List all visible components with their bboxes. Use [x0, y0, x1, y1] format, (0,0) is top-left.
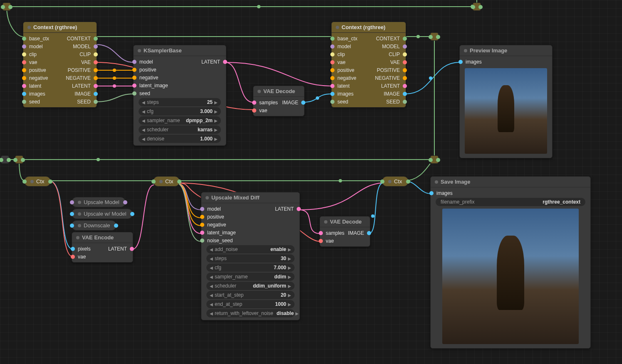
increment-arrow[interactable]: ▶ [288, 247, 291, 252]
widget-value: 1.000 [180, 136, 214, 142]
widget-cfg[interactable]: ◀cfg7.000▶ [206, 263, 295, 272]
widget-scheduler[interactable]: ◀schedulerddim_uniform▶ [206, 282, 295, 290]
input-positive: positive [206, 214, 295, 220]
decrement-arrow[interactable]: ◀ [142, 128, 145, 132]
node-preview-image[interactable]: Preview Image images [459, 45, 553, 158]
widget-add_noise[interactable]: ◀add_noiseenable▶ [206, 245, 295, 253]
decrement-arrow[interactable]: ◀ [210, 247, 213, 252]
output-SEED: SEED [60, 99, 92, 105]
reroute-ctx-out[interactable] [430, 32, 439, 41]
widget-label: end_at_step [213, 301, 250, 307]
node-title[interactable]: VAE Decode [253, 86, 304, 97]
node-ctx-b[interactable]: Ctx [153, 176, 180, 187]
increment-arrow[interactable]: ▶ [288, 266, 291, 270]
node-upscale-with-model[interactable]: Upscale w/ Model [72, 209, 133, 219]
input-model: model [27, 44, 60, 49]
node-context-1[interactable]: Context (rgthree) base_ctxCONTEXTmodelMO… [23, 22, 97, 108]
increment-arrow[interactable]: ▶ [214, 100, 218, 105]
label: Upscale w/ Model [84, 211, 126, 217]
node-title[interactable]: Save Image [431, 177, 590, 187]
node-title[interactable]: VAE Decode [320, 216, 370, 227]
node-downscale[interactable]: Downscale [72, 220, 116, 231]
widget-cfg[interactable]: ◀cfg3.000▶ [139, 107, 221, 116]
reroute-low-a[interactable] [15, 155, 23, 164]
reroute-top-right[interactable] [473, 2, 481, 11]
increment-arrow[interactable]: ▶ [288, 293, 291, 298]
increment-arrow[interactable]: ▶ [288, 275, 291, 279]
widget-value: 1000 [250, 301, 288, 307]
widget-sampler_name[interactable]: ◀sampler_namedpmpp_2m▶ [139, 116, 221, 125]
decrement-arrow[interactable]: ◀ [142, 137, 145, 141]
increment-arrow[interactable]: ▶ [288, 302, 291, 307]
decrement-arrow[interactable]: ◀ [210, 275, 213, 279]
decrement-arrow[interactable]: ◀ [210, 302, 213, 307]
input-model: model [336, 44, 369, 49]
input-negative: negative [27, 75, 60, 81]
node-ctx-c[interactable]: Ctx [382, 176, 409, 187]
node-vae-decode-2[interactable]: VAE Decode samplesIMAGEvae [320, 216, 370, 247]
increment-arrow[interactable]: ▶ [288, 284, 291, 288]
decrement-arrow[interactable]: ◀ [210, 256, 213, 261]
preview-thumbnail[interactable] [465, 68, 547, 154]
node-ctx-a[interactable]: Ctx [24, 176, 51, 187]
widget-label: steps [213, 256, 250, 261]
widget-label: start_at_step [213, 292, 250, 298]
node-vae-encode[interactable]: VAE Encode pixelsLATENTvae [72, 232, 133, 263]
increment-arrow[interactable]: ▶ [214, 128, 218, 132]
reroute-top-left[interactable] [2, 2, 11, 11]
widget-denoise[interactable]: ◀denoise1.000▶ [139, 135, 221, 143]
decrement-arrow[interactable]: ◀ [210, 266, 213, 270]
node-context-2[interactable]: Context (rgthree) base_ctxCONTEXTmodelMO… [331, 22, 406, 108]
decrement-arrow[interactable]: ◀ [142, 109, 145, 114]
svg-point-4 [113, 76, 116, 80]
title-text: KSamplerBase [144, 47, 182, 54]
node-title[interactable]: KSamplerBase [134, 45, 226, 56]
output-NEGATIVE: NEGATIVE [369, 75, 401, 81]
widget-return_with_leftover_noise[interactable]: ◀return_with_leftover_noisedisable▶ [206, 309, 295, 317]
increment-arrow[interactable]: ▶ [295, 311, 299, 316]
output-MODEL: MODEL [369, 44, 401, 49]
node-title[interactable]: Preview Image [460, 45, 552, 56]
node-title[interactable]: Context (rgthree) [23, 22, 97, 33]
increment-arrow[interactable]: ▶ [214, 109, 218, 114]
node-title[interactable]: VAE Encode [72, 232, 133, 243]
reroute-low-b[interactable] [430, 155, 439, 164]
widget-value: rgthree_context [510, 199, 582, 205]
title-text: VAE Decode [330, 219, 362, 225]
widget-start_at_step[interactable]: ◀start_at_step20▶ [206, 291, 295, 299]
widget-sampler_name[interactable]: ◀sampler_nameddim▶ [206, 273, 295, 281]
decrement-arrow[interactable]: ◀ [210, 311, 213, 316]
node-upscale-model[interactable]: Upscale Model [72, 197, 126, 207]
label: Ctx [165, 178, 173, 184]
widget-steps[interactable]: ◀steps30▶ [206, 254, 295, 263]
node-title[interactable]: Context (rgthree) [332, 22, 406, 33]
increment-arrow[interactable]: ▶ [214, 137, 218, 141]
widget-value: 7.000 [250, 265, 288, 271]
input-seed: seed [336, 99, 369, 105]
input-positive: positive [138, 67, 222, 73]
widget-filename-prefix[interactable]: filename_prefix rgthree_context [436, 198, 585, 206]
node-vae-decode-1[interactable]: VAE Decode samplesIMAGEvae [253, 86, 305, 116]
decrement-arrow[interactable]: ◀ [142, 118, 145, 123]
node-title[interactable]: Upscale Mixed Diff [201, 192, 300, 203]
node-ksampler[interactable]: KSamplerBase modelLATENTpositivenegative… [133, 45, 226, 146]
widget-end_at_step[interactable]: ◀end_at_step1000▶ [206, 300, 295, 308]
title-text: Context (rgthree) [342, 24, 385, 30]
save-thumbnail[interactable] [442, 209, 579, 344]
widget-scheduler[interactable]: ◀schedulerkarras▶ [139, 125, 221, 134]
decrement-arrow[interactable]: ◀ [210, 284, 213, 288]
widget-steps[interactable]: ◀steps25▶ [139, 98, 221, 106]
input-images: images [435, 190, 586, 196]
node-upscale-mixed-diff[interactable]: Upscale Mixed Diff modelLATENTpositivene… [201, 192, 300, 320]
decrement-arrow[interactable]: ◀ [142, 100, 145, 105]
svg-point-3 [113, 69, 116, 72]
input-latent: latent [27, 83, 60, 89]
decrement-arrow[interactable]: ◀ [210, 293, 213, 298]
reroute-low-in[interactable] [1, 155, 9, 164]
label: Ctx [394, 178, 402, 184]
node-graph-canvas[interactable]: Context (rgthree) base_ctxCONTEXTmodelMO… [0, 0, 622, 364]
node-save-image[interactable]: Save Image images filename_prefix rgthre… [430, 176, 591, 349]
input-clip: clip [336, 52, 369, 57]
increment-arrow[interactable]: ▶ [288, 256, 291, 261]
increment-arrow[interactable]: ▶ [214, 118, 218, 123]
